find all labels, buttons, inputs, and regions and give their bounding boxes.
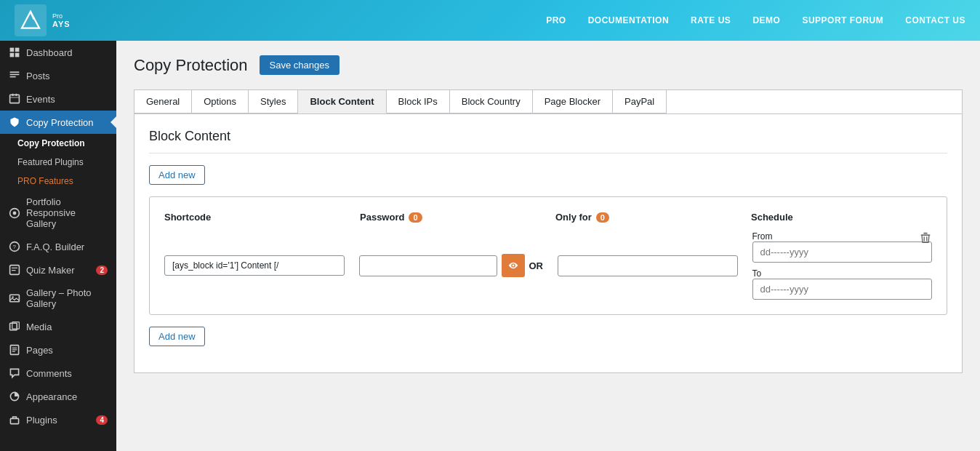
svg-rect-8 [12, 94, 14, 96]
tab-styles[interactable]: Styles [249, 90, 298, 113]
section-title: Block Content [149, 129, 947, 153]
page-title: Copy Protection [134, 56, 248, 75]
svg-rect-29 [923, 233, 927, 234]
svg-rect-27 [10, 418, 18, 423]
sidebar-label-pages: Pages [26, 345, 53, 356]
password-col-label: Password 0 [360, 212, 541, 223]
sidebar-item-faq[interactable]: ? F.A.Q. Builder [0, 235, 116, 258]
only-for-cell [558, 255, 738, 276]
pages-icon [9, 344, 20, 356]
svg-rect-0 [10, 48, 15, 52]
to-group: To [752, 268, 933, 300]
delete-button[interactable] [919, 231, 932, 248]
svg-point-12 [13, 211, 17, 215]
svg-rect-25 [12, 351, 15, 352]
sidebar-sub-copy-protection[interactable]: Copy Protection [0, 134, 116, 153]
nav-demo[interactable]: DEMO [752, 15, 780, 25]
sidebar-item-comments[interactable]: Comments [0, 362, 116, 385]
tab-paypal[interactable]: PayPal [613, 90, 667, 113]
posts-icon [9, 70, 20, 81]
sidebar-item-quiz[interactable]: Quiz Maker 2 [0, 258, 116, 282]
only-for-col-label: Only for 0 [555, 212, 736, 223]
content-area: Copy Protection Save changes General Opt… [116, 41, 980, 451]
sidebar-item-pages[interactable]: Pages [0, 338, 116, 362]
sidebar-label-gallery-photo: Gallery – Photo Gallery [26, 287, 108, 309]
svg-rect-9 [16, 94, 17, 96]
tab-block-ips[interactable]: Block IPs [387, 90, 450, 113]
faq-icon: ? [9, 241, 20, 252]
sidebar-item-posts[interactable]: Posts [0, 64, 116, 87]
plugins-icon [9, 414, 20, 426]
logo-text: AYS [52, 20, 71, 28]
from-date-input[interactable] [752, 242, 933, 263]
svg-rect-2 [10, 53, 15, 57]
media-icon [9, 321, 20, 332]
tab-block-country[interactable]: Block Country [450, 90, 533, 113]
svg-rect-10 [10, 97, 20, 98]
sidebar-label-appearance: Appearance [26, 391, 77, 402]
sidebar-label-copy-protection: Copy Protection [26, 117, 94, 128]
sidebar-item-media[interactable]: Media [0, 315, 116, 338]
sidebar-item-portfolio[interactable]: Portfolio Responsive Gallery [0, 191, 116, 235]
sidebar-item-gallery-photo[interactable]: Gallery – Photo Gallery [0, 282, 116, 315]
from-group: From [752, 231, 933, 263]
block-row: Shortcode Password 0 Only for 0 Schedule [149, 196, 947, 315]
trash-icon [919, 231, 932, 244]
svg-rect-24 [12, 349, 17, 350]
nav-contact-us[interactable]: CONTACT US [905, 15, 965, 25]
save-button[interactable]: Save changes [260, 55, 340, 75]
nav-pro[interactable]: PRO [546, 15, 566, 25]
events-icon [9, 93, 20, 105]
quiz-icon [9, 264, 20, 276]
schedule-col-label: Schedule [751, 212, 932, 223]
sidebar-item-events[interactable]: Events [0, 87, 116, 111]
sidebar-item-appearance[interactable]: Appearance [0, 385, 116, 408]
sidebar-sub-featured-plugins[interactable]: Featured Plugins [0, 153, 116, 172]
sidebar-item-copy-protection[interactable]: Copy Protection [0, 111, 116, 134]
sidebar-item-dashboard[interactable]: Dashboard [0, 41, 116, 64]
svg-rect-1 [15, 48, 20, 52]
schedule-cell: From To [752, 231, 933, 300]
svg-rect-5 [10, 74, 20, 76]
add-new-button-top[interactable]: Add new [149, 165, 205, 185]
top-nav: Pro AYS PRO DOCUMENTATION RATE US DEMO S… [0, 0, 980, 41]
page-header: Copy Protection Save changes [134, 55, 963, 75]
svg-rect-4 [10, 71, 20, 73]
only-for-input[interactable] [558, 255, 738, 276]
tab-general[interactable]: General [134, 90, 192, 113]
top-nav-links: PRO DOCUMENTATION RATE US DEMO SUPPORT F… [546, 15, 965, 25]
to-label: To [752, 268, 933, 279]
svg-rect-18 [10, 295, 20, 302]
plugins-badge: 4 [96, 415, 108, 425]
svg-text:?: ? [13, 244, 17, 250]
sidebar-label-faq: F.A.Q. Builder [26, 242, 84, 252]
svg-rect-23 [12, 348, 17, 348]
sidebar-item-plugins[interactable]: Plugins 4 [0, 408, 116, 431]
sidebar-label-quiz: Quiz Maker [26, 265, 74, 276]
logo: Pro AYS [15, 4, 71, 36]
only-for-badge: 0 [596, 212, 609, 223]
sidebar-label-dashboard: Dashboard [26, 47, 73, 58]
to-date-input[interactable] [752, 279, 933, 300]
password-badge: 0 [409, 212, 422, 223]
nav-rate-us[interactable]: RATE US [691, 15, 731, 25]
password-input[interactable] [359, 255, 497, 276]
sidebar-label-media: Media [26, 322, 52, 332]
shortcode-cell [164, 255, 345, 276]
add-new-button-bottom[interactable]: Add new [149, 327, 205, 346]
nav-documentation[interactable]: DOCUMENTATION [588, 15, 669, 25]
tabs: General Options Styles Block Content Blo… [134, 89, 963, 113]
from-label: From [752, 231, 933, 242]
shortcode-input[interactable] [164, 255, 345, 276]
sidebar-sub-pro-features[interactable]: PRO Features [0, 172, 116, 191]
toggle-password-button[interactable] [502, 254, 525, 277]
tab-page-blocker[interactable]: Page Blocker [533, 90, 613, 113]
nav-support-forum[interactable]: SUPPORT FORUM [802, 15, 883, 25]
dashboard-icon [9, 47, 20, 58]
svg-rect-7 [10, 95, 20, 103]
block-row-header: Shortcode Password 0 Only for 0 Schedule [164, 212, 932, 223]
tab-block-content[interactable]: Block Content [298, 90, 386, 113]
gallery-photo-icon [9, 292, 20, 304]
tab-options[interactable]: Options [192, 90, 249, 113]
block-row-inputs: OR [164, 231, 932, 300]
